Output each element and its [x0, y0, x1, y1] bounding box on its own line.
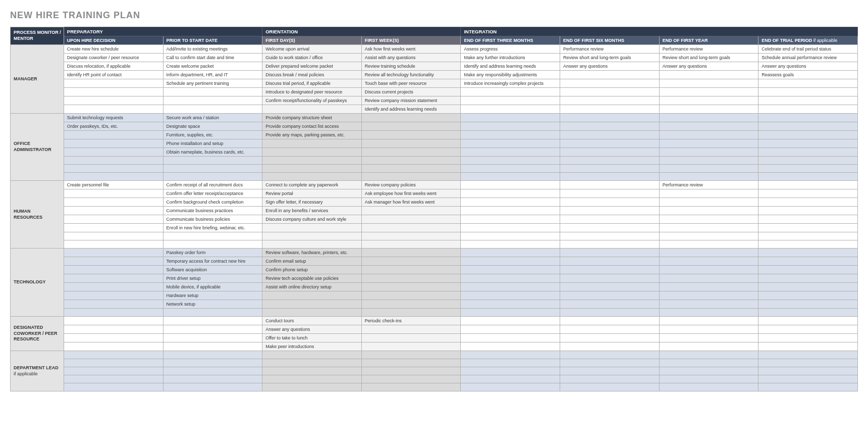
plan-cell — [163, 325, 262, 334]
plan-cell — [659, 189, 758, 198]
table-body: MANAGERCreate new hire scheduleAdd/invit… — [11, 45, 858, 391]
header-sub: END OF FIRST YEAR — [659, 36, 758, 45]
plan-cell — [560, 71, 660, 79]
plan-cell — [361, 351, 461, 359]
plan-cell — [659, 96, 758, 105]
header-role: PROCESS MONITOR /MENTOR — [11, 27, 64, 45]
role-cell: DEPARTMENT LEADif applicable — [11, 351, 64, 391]
plan-cell — [262, 309, 362, 317]
plan-cell — [64, 325, 163, 334]
plan-cell — [361, 283, 461, 291]
plan-cell — [262, 291, 362, 300]
plan-cell — [560, 383, 660, 391]
plan-cell — [758, 122, 858, 131]
plan-cell — [64, 309, 163, 317]
plan-cell — [64, 240, 163, 249]
plan-cell — [461, 351, 560, 359]
plan-cell — [461, 283, 560, 291]
plan-cell — [560, 224, 660, 232]
plan-cell: Discuss break / meal policies — [262, 71, 362, 79]
plan-cell: Confirm offer letter receipt/acceptance — [163, 189, 262, 198]
plan-cell — [361, 215, 461, 224]
plan-cell — [64, 173, 163, 181]
plan-cell: Communicate business practices — [163, 207, 262, 215]
plan-cell — [560, 88, 660, 96]
plan-cell: Review software, hardware, printers, etc… — [262, 249, 362, 257]
plan-cell — [560, 375, 660, 383]
plan-cell: Guide to work station / office — [262, 54, 362, 62]
plan-cell — [560, 309, 660, 317]
plan-cell: Reassess goals — [758, 71, 858, 79]
plan-cell — [163, 165, 262, 173]
training-plan-table: PROCESS MONITOR /MENTORPREPARATORYORIENT… — [10, 27, 858, 391]
plan-cell — [659, 342, 758, 351]
plan-cell — [64, 359, 163, 367]
plan-cell: Review short and long-term goals — [659, 54, 758, 62]
plan-cell — [560, 291, 660, 300]
plan-cell — [659, 122, 758, 131]
plan-cell — [560, 266, 660, 274]
plan-cell — [361, 224, 461, 232]
plan-cell: Make any further introductions — [461, 54, 560, 62]
plan-cell: Offer to take to lunch — [262, 334, 362, 342]
plan-cell — [758, 207, 858, 215]
plan-cell: Submit technology requests — [64, 114, 163, 122]
plan-cell: Designate coworker / peer resource — [64, 54, 163, 62]
plan-cell — [659, 232, 758, 240]
header-sub: END OF FIRST THREE MONTHS — [461, 36, 560, 45]
plan-cell — [560, 215, 660, 224]
plan-cell: Identify and address learning needs — [461, 62, 560, 71]
plan-cell: Mobile device, if applicable — [163, 283, 262, 291]
plan-cell — [758, 181, 858, 189]
plan-cell — [64, 257, 163, 266]
plan-cell — [461, 215, 560, 224]
plan-cell — [659, 359, 758, 367]
plan-cell — [262, 173, 362, 181]
plan-cell — [163, 342, 262, 351]
plan-cell: Assist with online directory setup — [262, 283, 362, 291]
plan-cell — [659, 207, 758, 215]
plan-cell — [659, 334, 758, 342]
header-top: ORIENTATION — [262, 27, 461, 36]
plan-cell — [560, 367, 660, 375]
plan-cell — [560, 122, 660, 131]
plan-cell: Designate space — [163, 122, 262, 131]
plan-cell — [461, 189, 560, 198]
plan-cell: Ask employee how first weeks went — [361, 189, 461, 198]
plan-cell — [262, 375, 362, 383]
plan-cell: Communicate business policies — [163, 215, 262, 224]
plan-cell — [163, 367, 262, 375]
plan-cell — [461, 181, 560, 189]
plan-cell — [361, 232, 461, 240]
plan-cell — [659, 71, 758, 79]
plan-cell — [461, 375, 560, 383]
plan-cell: Answer any questions — [758, 62, 858, 71]
plan-cell — [659, 283, 758, 291]
plan-cell — [262, 148, 362, 157]
plan-cell — [758, 291, 858, 300]
plan-cell — [64, 207, 163, 215]
plan-cell: Review company policies — [361, 181, 461, 189]
plan-cell: Passkey order form — [163, 249, 262, 257]
plan-cell — [461, 88, 560, 96]
plan-cell: Performance review — [560, 45, 660, 54]
plan-cell — [461, 300, 560, 309]
plan-cell — [64, 334, 163, 342]
plan-cell: Network setup — [163, 300, 262, 309]
plan-cell — [560, 249, 660, 257]
plan-cell — [758, 189, 858, 198]
plan-cell: Discuss current projects — [361, 88, 461, 96]
plan-cell: Secure work area / station — [163, 114, 262, 122]
plan-cell — [659, 351, 758, 359]
plan-cell: Discuss company culture and work style — [262, 215, 362, 224]
plan-cell — [758, 300, 858, 309]
plan-cell — [461, 157, 560, 165]
plan-cell — [659, 257, 758, 266]
plan-cell — [560, 148, 660, 157]
plan-cell — [461, 122, 560, 131]
plan-cell — [758, 249, 858, 257]
plan-cell: Provide any maps, parking passes, etc. — [262, 131, 362, 139]
plan-cell — [659, 309, 758, 317]
plan-cell — [659, 148, 758, 157]
plan-cell — [163, 96, 262, 105]
